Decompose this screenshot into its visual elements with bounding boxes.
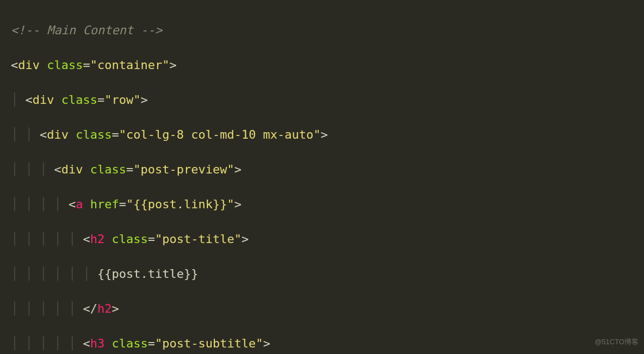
code-line: │ │ <div class="col-lg-8 col-md-10 mx-au… — [11, 126, 644, 144]
code-editor[interactable]: <!-- Main Content --> <div class="contai… — [0, 0, 644, 354]
code-line: │ │ │ │ │ <h2 class="post-title"> — [11, 231, 644, 248]
code-line: │ │ │ │ │ </h2> — [11, 300, 644, 318]
code-line: │ <div class="row"> — [11, 91, 644, 109]
code-line: │ │ │ │ │ <h3 class="post-subtitle"> — [11, 335, 644, 352]
code-line: <!-- Main Content --> — [11, 22, 644, 39]
code-line: │ │ │ │ <a href="{{post.link}}"> — [11, 196, 644, 213]
comment-text: <!-- Main Content --> — [11, 23, 162, 37]
code-line: │ │ │ │ │ │ {{post.title}} — [11, 265, 644, 283]
code-line: <div class="container"> — [11, 57, 644, 74]
code-line: │ │ │ <div class="post-preview"> — [11, 161, 644, 178]
watermark-text: @51CTO博客 — [595, 333, 639, 351]
